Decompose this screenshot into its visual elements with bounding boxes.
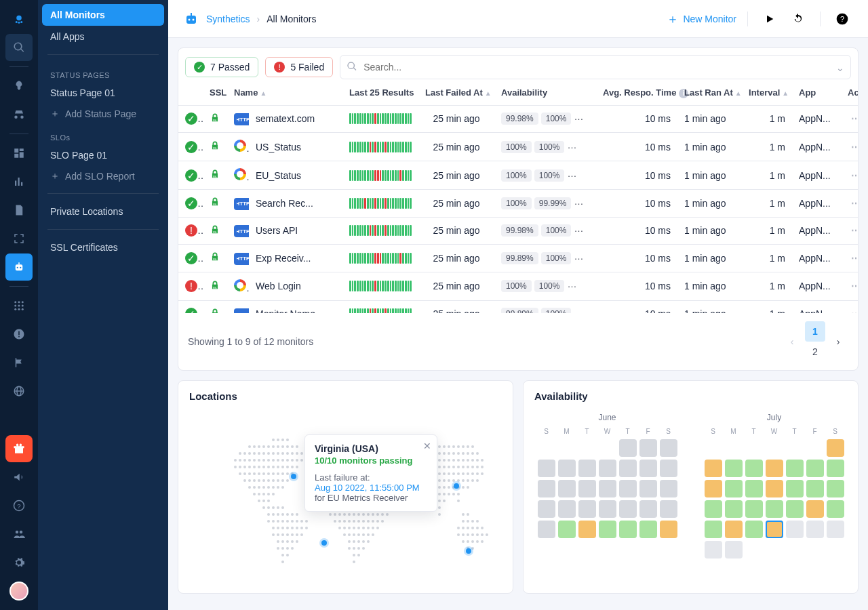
app-name[interactable]: AppN...: [792, 272, 841, 300]
focus-icon[interactable]: [5, 225, 33, 252]
calendar-cell[interactable]: [639, 500, 657, 518]
table-row[interactable]: ✓ SSL EU_Status 25 min ago 100%100%100% …: [178, 161, 858, 190]
map-pin[interactable]: [454, 483, 459, 489]
row-actions-icon[interactable]: ⋯: [851, 225, 858, 236]
table-row[interactable]: ✓ SSL HTTP Exp Receiv... 25 min ago 99.8…: [178, 245, 858, 272]
calendar-cell[interactable]: [705, 541, 722, 558]
pager-page[interactable]: 1: [805, 321, 825, 342]
calendar-cell[interactable]: [660, 521, 677, 538]
calendar-cell[interactable]: [766, 541, 783, 558]
pager-next[interactable]: ›: [828, 331, 848, 352]
alert-icon[interactable]: [5, 321, 33, 348]
settings-icon[interactable]: [5, 549, 33, 576]
app-name[interactable]: AppN...: [792, 133, 841, 161]
row-actions-icon[interactable]: ⋯: [851, 198, 858, 209]
globe-icon[interactable]: [5, 378, 33, 405]
calendar-cell[interactable]: [660, 460, 677, 477]
calendar-cell[interactable]: [705, 521, 722, 538]
calendar-cell[interactable]: [578, 460, 596, 477]
table-row[interactable]: ✓ SSL HTTP sematext.com 25 min ago 99.98…: [178, 105, 858, 133]
calendar-cell[interactable]: [619, 460, 637, 477]
calendar-cell[interactable]: [538, 439, 555, 457]
calendar-cell[interactable]: [538, 500, 555, 518]
calendar-cell[interactable]: [558, 460, 576, 477]
avatar[interactable]: [5, 577, 33, 605]
calendar-cell[interactable]: [725, 480, 743, 497]
calendar-cell[interactable]: [599, 500, 616, 518]
logo-icon[interactable]: [5, 5, 33, 33]
run-icon[interactable]: [759, 8, 781, 30]
col-last-ran[interactable]: Last Ran At▲: [677, 79, 742, 105]
calendar-cell[interactable]: [786, 500, 804, 518]
help-icon[interactable]: ?: [831, 8, 853, 30]
apps-icon[interactable]: [5, 292, 33, 319]
calendar-cell[interactable]: [786, 480, 804, 497]
calendar-cell[interactable]: [786, 541, 804, 558]
search-input[interactable]: [340, 55, 851, 79]
calendar-cell[interactable]: [827, 460, 844, 477]
calendar-cell[interactable]: [639, 521, 657, 538]
col-interval[interactable]: Interval▲: [742, 79, 792, 105]
calendar-cell[interactable]: [599, 480, 616, 497]
calendar-cell[interactable]: [806, 500, 824, 518]
row-actions-icon[interactable]: ⋯: [851, 113, 858, 124]
help-icon[interactable]: ?: [5, 492, 33, 519]
calendar-cell[interactable]: [538, 480, 555, 497]
calendar-cell[interactable]: [639, 460, 657, 477]
popup-fail-date[interactable]: Aug 10 2022, 11:55:00 PM: [315, 483, 427, 493]
calendar-cell[interactable]: [538, 521, 555, 538]
document-icon[interactable]: [5, 197, 33, 224]
search-icon[interactable]: [5, 34, 33, 61]
calendar-cell[interactable]: [705, 439, 722, 457]
refresh-icon[interactable]: [787, 8, 809, 30]
calendar-cell[interactable]: [660, 439, 677, 457]
row-actions-icon[interactable]: ⋯: [851, 281, 858, 291]
sidebar-add-status-page[interactable]: ＋Add Status Page: [42, 104, 164, 124]
calendar-cell[interactable]: [786, 521, 804, 538]
table-row[interactable]: ! SSL HTTP Users API 25 min ago 99.98%10…: [178, 217, 858, 245]
calendar-cell[interactable]: [558, 521, 576, 538]
team-icon[interactable]: [5, 521, 33, 548]
calendar-cell[interactable]: [827, 439, 844, 457]
calendar-cell[interactable]: [599, 460, 616, 477]
gift-icon[interactable]: [5, 435, 33, 462]
calendar-cell[interactable]: [827, 541, 844, 558]
monitor-name[interactable]: Users API: [256, 225, 298, 236]
monitor-name[interactable]: Web Login: [256, 281, 301, 291]
incognito-icon[interactable]: [5, 101, 33, 128]
row-actions-icon[interactable]: ⋯: [851, 170, 858, 181]
rocket-icon[interactable]: [5, 73, 33, 100]
calendar-cell[interactable]: [806, 439, 824, 457]
new-monitor-button[interactable]: ＋ New Monitor: [667, 11, 736, 27]
calendar-cell[interactable]: [725, 541, 743, 558]
sidebar-add-slo-report[interactable]: ＋Add SLO Report: [42, 166, 164, 186]
calendar-cell[interactable]: [619, 439, 637, 457]
calendar-cell[interactable]: [660, 500, 677, 518]
calendar-cell[interactable]: [705, 480, 722, 497]
chart-icon[interactable]: [5, 168, 33, 195]
pager-page[interactable]: 2: [805, 342, 825, 362]
calendar-cell[interactable]: [766, 480, 783, 497]
calendar-cell[interactable]: [599, 439, 616, 457]
sidebar-item-status-page-01[interactable]: Status Page 01: [42, 82, 164, 104]
calendar-cell[interactable]: [578, 521, 596, 538]
calendar-cell[interactable]: [827, 521, 844, 538]
row-actions-icon[interactable]: ⋯: [851, 308, 858, 313]
calendar-cell[interactable]: [599, 521, 616, 538]
monitor-name[interactable]: Search Rec...: [256, 198, 313, 209]
sidebar-item-all-apps[interactable]: All Apps: [42, 26, 164, 47]
monitor-name[interactable]: EU_Status: [256, 170, 301, 181]
calendar-cell[interactable]: [745, 480, 763, 497]
calendar-cell[interactable]: [705, 500, 722, 518]
calendar-cell[interactable]: [766, 521, 783, 538]
app-name[interactable]: AppN...: [792, 217, 841, 245]
app-name[interactable]: AppN...: [792, 161, 841, 190]
calendar-cell[interactable]: [806, 460, 824, 477]
flag-icon[interactable]: [5, 349, 33, 376]
calendar-cell[interactable]: [786, 439, 804, 457]
calendar-cell[interactable]: [725, 521, 743, 538]
calendar-cell[interactable]: [725, 500, 743, 518]
passed-chip[interactable]: ✓ 7 Passed: [185, 57, 258, 77]
calendar-cell[interactable]: [827, 480, 844, 497]
row-actions-icon[interactable]: ⋯: [851, 142, 858, 152]
